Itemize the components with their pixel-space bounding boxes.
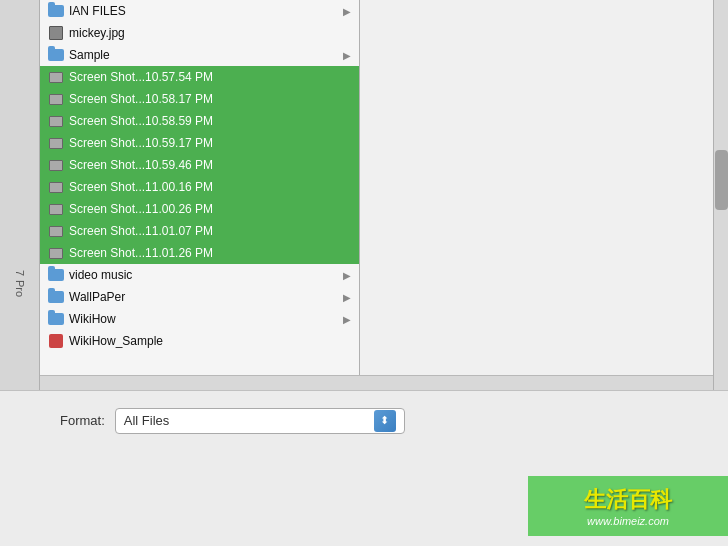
left-sidebar: 7 Pro xyxy=(0,0,40,390)
folder-icon xyxy=(48,3,64,19)
screenshot-icon xyxy=(48,135,64,151)
file-name-screen7: Screen Shot...11.00.26 PM xyxy=(69,202,351,216)
file-name-screen5: Screen Shot...10.59.46 PM xyxy=(69,158,351,172)
list-item-screen2[interactable]: Screen Shot...10.58.17 PM xyxy=(40,88,359,110)
watermark-line1: 生活百科 xyxy=(584,485,672,515)
list-item-screen8[interactable]: Screen Shot...11.01.07 PM xyxy=(40,220,359,242)
file-name-mickey-jpg: mickey.jpg xyxy=(69,26,351,40)
list-item-screen1[interactable]: Screen Shot...10.57.54 PM xyxy=(40,66,359,88)
file-name-wikihow: WikiHow xyxy=(69,312,351,326)
list-item-screen3[interactable]: Screen Shot...10.58.59 PM xyxy=(40,110,359,132)
file-name-wallpaper: WallPaPer xyxy=(69,290,351,304)
file-name-video-music: video music xyxy=(69,268,351,282)
sidebar-label-pro: Pro xyxy=(14,280,26,297)
watermark: 生活百科 www.bimeiz.com xyxy=(528,476,728,536)
file-name-screen3: Screen Shot...10.58.59 PM xyxy=(69,114,351,128)
list-item-sample[interactable]: Sample▶ xyxy=(40,44,359,66)
format-bar: Format: All Files ⬍ xyxy=(0,390,728,450)
folder-icon xyxy=(48,47,64,63)
image-icon xyxy=(48,25,64,41)
list-item-wikihow[interactable]: WikiHow▶ xyxy=(40,308,359,330)
screenshot-icon xyxy=(48,69,64,85)
list-item-screen4[interactable]: Screen Shot...10.59.17 PM xyxy=(40,132,359,154)
column-container: IAN FILES▶mickey.jpgSample▶Screen Shot..… xyxy=(40,0,728,375)
chevron-right-icon: ▶ xyxy=(343,270,351,281)
list-item-screen9[interactable]: Screen Shot...11.01.26 PM xyxy=(40,242,359,264)
list-item-wikihow-sample[interactable]: WikiHow_Sample xyxy=(40,330,359,352)
chevron-right-icon: ▶ xyxy=(343,314,351,325)
file-name-screen4: Screen Shot...10.59.17 PM xyxy=(69,136,351,150)
list-item-mickey-jpg[interactable]: mickey.jpg xyxy=(40,22,359,44)
folder-icon xyxy=(48,311,64,327)
format-select[interactable]: All Files ⬍ xyxy=(115,408,405,434)
folder-icon xyxy=(48,289,64,305)
format-label: Format: xyxy=(60,413,105,428)
chevron-right-icon: ▶ xyxy=(343,6,351,17)
list-item-screen7[interactable]: Screen Shot...11.00.26 PM xyxy=(40,198,359,220)
list-item-video-music[interactable]: video music▶ xyxy=(40,264,359,286)
file-browser: IAN FILES▶mickey.jpgSample▶Screen Shot..… xyxy=(40,0,728,390)
list-item-ian-files[interactable]: IAN FILES▶ xyxy=(40,0,359,22)
chevron-right-icon: ▶ xyxy=(343,50,351,61)
file-name-sample: Sample xyxy=(69,48,351,62)
list-item-wallpaper[interactable]: WallPaPer▶ xyxy=(40,286,359,308)
format-select-value: All Files xyxy=(124,413,374,428)
file-name-screen1: Screen Shot...10.57.54 PM xyxy=(69,70,351,84)
screenshot-icon xyxy=(48,113,64,129)
list-item-screen5[interactable]: Screen Shot...10.59.46 PM xyxy=(40,154,359,176)
main-container: 7 Pro IAN FILES▶mickey.jpgSample▶Screen … xyxy=(0,0,728,546)
bottom-scrollbar[interactable] xyxy=(40,375,728,390)
sidebar-label-7: 7 xyxy=(14,270,26,276)
file-column[interactable]: IAN FILES▶mickey.jpgSample▶Screen Shot..… xyxy=(40,0,360,375)
wikihow-icon xyxy=(48,333,64,349)
screenshot-icon xyxy=(48,223,64,239)
file-name-screen6: Screen Shot...11.00.16 PM xyxy=(69,180,351,194)
file-name-screen2: Screen Shot...10.58.17 PM xyxy=(69,92,351,106)
screenshot-icon xyxy=(48,157,64,173)
screenshot-icon xyxy=(48,201,64,217)
scroll-thumb[interactable] xyxy=(715,150,728,210)
watermark-line2: www.bimeiz.com xyxy=(587,515,669,527)
right-scrollbar[interactable] xyxy=(713,0,728,390)
format-dropdown-icon[interactable]: ⬍ xyxy=(374,410,396,432)
file-name-wikihow-sample: WikiHow_Sample xyxy=(69,334,351,348)
file-name-screen9: Screen Shot...11.01.26 PM xyxy=(69,246,351,260)
list-item-screen6[interactable]: Screen Shot...11.00.16 PM xyxy=(40,176,359,198)
screenshot-icon xyxy=(48,179,64,195)
screenshot-icon xyxy=(48,245,64,261)
chevron-right-icon: ▶ xyxy=(343,292,351,303)
folder-icon xyxy=(48,267,64,283)
file-name-screen8: Screen Shot...11.01.07 PM xyxy=(69,224,351,238)
file-name-ian-files: IAN FILES xyxy=(69,4,351,18)
screenshot-icon xyxy=(48,91,64,107)
